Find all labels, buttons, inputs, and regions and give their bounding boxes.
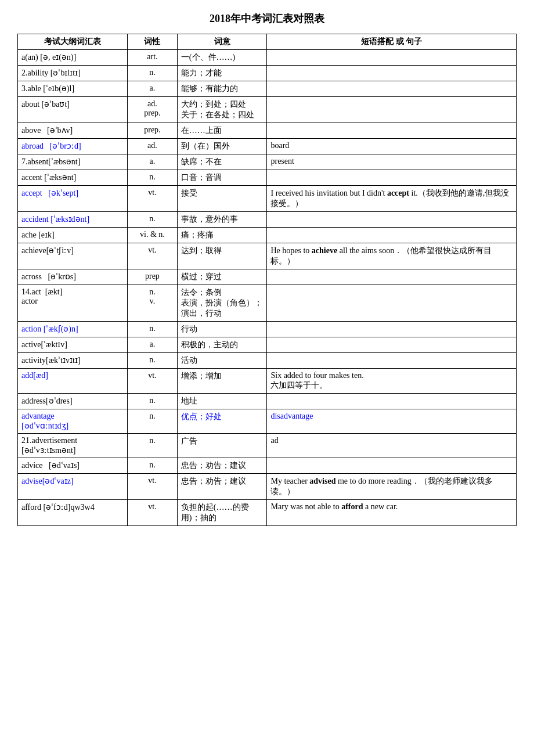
cell-pos: a. (127, 81, 177, 97)
table-row: 2.ability [əˈbɪlɪtɪ]n.能力；才能 (18, 66, 517, 81)
cell-example (267, 458, 517, 474)
cell-word: advantage [ədˈvɑːntɪdʒ] (18, 409, 128, 434)
header-example: 短语搭配 或 句子 (267, 34, 517, 50)
cell-pos: n. (127, 170, 177, 186)
cell-pos: n. (127, 409, 177, 434)
table-row: above [əˈbʌv]prep.在……上面 (18, 123, 517, 139)
table-row: accent [ˈæksənt]n.口音；音调 (18, 170, 517, 186)
cell-example (267, 170, 517, 186)
cell-example: present (267, 154, 517, 170)
page-title: 2018年中考词汇表对照表 (17, 12, 517, 26)
cell-example (267, 337, 517, 353)
table-row: active[ˈæktɪv]a.积极的，主动的 (18, 337, 517, 353)
cell-example (267, 285, 517, 322)
table-row: activity[ækˈtɪvɪtɪ]n.活动 (18, 353, 517, 369)
table-row: a(an) [ə, eɪ(ən)]art.一(个、件……) (18, 50, 517, 66)
cell-example (267, 123, 517, 139)
cell-word: action [ˈækʃ(ə)n] (18, 322, 128, 337)
vocabulary-table: 考试大纲词汇表 词性 词意 短语搭配 或 句子 a(an) [ə, eɪ(ən)… (17, 34, 517, 526)
table-row: 21.advertisement [ədˈvɜːtɪsmənt]n.广告ad (18, 434, 517, 458)
cell-word: 21.advertisement [ədˈvɜːtɪsmənt] (18, 434, 128, 458)
table-row: 7.absent[ˈæbsənt]a.缺席；不在present (18, 154, 517, 170)
cell-example: disadvantage (267, 409, 517, 434)
table-row: accident [ˈæksɪdənt]n.事故，意外的事 (18, 212, 517, 228)
table-row: about [əˈbaʊt]ad. prep.大约；到处；四处 关于；在各处；四… (18, 97, 517, 123)
cell-example (267, 66, 517, 81)
table-row: add[æd]vt.增添；增加Six added to four makes t… (18, 369, 517, 394)
cell-example: My teacher advised me to do more reading… (267, 474, 517, 500)
cell-meaning: 缺席；不在 (177, 154, 267, 170)
cell-example (267, 269, 517, 285)
cell-example: board (267, 139, 517, 154)
table-header-row: 考试大纲词汇表 词性 词意 短语搭配 或 句子 (18, 34, 517, 50)
cell-example: He hopes to achieve all the aims soon．（他… (267, 243, 517, 269)
cell-pos: n. (127, 458, 177, 474)
cell-meaning: 忠告；劝告；建议 (177, 458, 267, 474)
cell-pos: n. v. (127, 285, 177, 322)
cell-pos: a. (127, 337, 177, 353)
table-row: ache [eɪk]vi. & n.痛；疼痛 (18, 228, 517, 243)
cell-word: 7.absent[ˈæbsənt] (18, 154, 128, 170)
cell-pos: prep. (127, 123, 177, 139)
cell-pos: ad. (127, 139, 177, 154)
header-word: 考试大纲词汇表 (18, 34, 128, 50)
cell-meaning: 一(个、件……) (177, 50, 267, 66)
header-meaning: 词意 (177, 34, 267, 50)
cell-meaning: 横过；穿过 (177, 269, 267, 285)
cell-meaning: 积极的，主动的 (177, 337, 267, 353)
cell-word: accident [ˈæksɪdənt] (18, 212, 128, 228)
cell-word: achieve[əˈtʃiːv] (18, 243, 128, 269)
cell-meaning: 在……上面 (177, 123, 267, 139)
cell-pos: n. (127, 66, 177, 81)
cell-pos: a. (127, 154, 177, 170)
cell-word: active[ˈæktɪv] (18, 337, 128, 353)
cell-meaning: 到（在）国外 (177, 139, 267, 154)
table-row: 3.able [ˈeɪb(ə)l]a.能够；有能力的 (18, 81, 517, 97)
cell-pos: n. (127, 322, 177, 337)
cell-word: a(an) [ə, eɪ(ən)] (18, 50, 128, 66)
cell-example (267, 212, 517, 228)
header-pos: 词性 (127, 34, 177, 50)
cell-example: I received his invitation but I didn't a… (267, 186, 517, 212)
cell-word: ache [eɪk] (18, 228, 128, 243)
cell-pos: vt. (127, 474, 177, 500)
table-row: action [ˈækʃ(ə)n]n.行动 (18, 322, 517, 337)
cell-example (267, 81, 517, 97)
cell-pos: vt. (127, 500, 177, 526)
cell-pos: vt. (127, 369, 177, 394)
table-row: accept [əkˈsept]vt.接受I received his invi… (18, 186, 517, 212)
cell-word: afford [əˈfɔːd]qw3w4 (18, 500, 128, 526)
cell-word: above [əˈbʌv] (18, 123, 128, 139)
table-row: across [əˈkrɒs]prep横过；穿过 (18, 269, 517, 285)
cell-meaning: 大约；到处；四处 关于；在各处；四处 (177, 97, 267, 123)
cell-word: across [əˈkrɒs] (18, 269, 128, 285)
cell-example (267, 394, 517, 409)
cell-pos: vt. (127, 186, 177, 212)
cell-meaning: 痛；疼痛 (177, 228, 267, 243)
cell-word: address[əˈdres] (18, 394, 128, 409)
table-row: 14.act [ækt] actorn. v.法令；条例 表演，扮演（角色）；演… (18, 285, 517, 322)
cell-example (267, 50, 517, 66)
cell-meaning: 法令；条例 表演，扮演（角色）；演出，行动 (177, 285, 267, 322)
table-row: abroad [əˈbrɔːd]ad.到（在）国外board (18, 139, 517, 154)
cell-meaning: 增添；增加 (177, 369, 267, 394)
table-row: advise[ədˈvaɪz]vt.忠告；劝告；建议My teacher adv… (18, 474, 517, 500)
cell-word: accept [əkˈsept] (18, 186, 128, 212)
cell-word: activity[ækˈtɪvɪtɪ] (18, 353, 128, 369)
cell-example: Mary was not able to afford a new car. (267, 500, 517, 526)
cell-example (267, 353, 517, 369)
cell-pos: n. (127, 353, 177, 369)
cell-meaning: 行动 (177, 322, 267, 337)
table-row: advantage [ədˈvɑːntɪdʒ]n.优点；好处disadvanta… (18, 409, 517, 434)
table-row: achieve[əˈtʃiːv]vt.达到；取得He hopes to achi… (18, 243, 517, 269)
cell-example (267, 322, 517, 337)
cell-pos: art. (127, 50, 177, 66)
cell-meaning: 地址 (177, 394, 267, 409)
cell-example (267, 97, 517, 123)
cell-example (267, 228, 517, 243)
cell-word: add[æd] (18, 369, 128, 394)
cell-example: ad (267, 434, 517, 458)
cell-meaning: 广告 (177, 434, 267, 458)
cell-meaning: 能够；有能力的 (177, 81, 267, 97)
cell-meaning: 能力；才能 (177, 66, 267, 81)
